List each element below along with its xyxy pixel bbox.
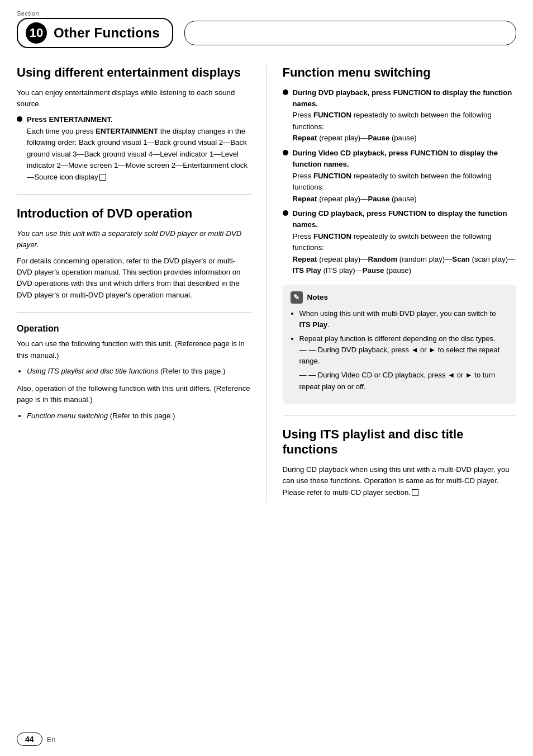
divider3	[283, 415, 517, 415]
notes-header: ✎ Notes	[291, 291, 509, 304]
header-blank-box	[184, 21, 516, 45]
left-column: Using different entertainment displays Y…	[17, 65, 267, 503]
notes-content: When using this unit with multi-DVD play…	[291, 308, 509, 393]
operation-title: Operation	[17, 324, 251, 334]
section1-bullet-label: Press ENTERTAINMENT.	[27, 115, 113, 124]
operation-also: Also, operation of the following functio…	[17, 383, 251, 406]
func-bullet2-label: During Video CD playback, press FUNCTION…	[293, 149, 498, 168]
section-badge: Section 10 Other Functions	[17, 10, 173, 48]
list-item: Using ITS playlist and disc title functi…	[27, 366, 251, 377]
list-item: When using this unit with multi-DVD play…	[299, 308, 509, 330]
func-bullet1-text: During DVD playback, press FUNCTION to d…	[293, 87, 517, 144]
right-column: Function menu switching During DVD playb…	[267, 65, 517, 503]
func-bullet3: During CD playback, press FUNCTION to di…	[283, 208, 517, 277]
end-icon	[412, 489, 418, 496]
section-box: 10 Other Functions	[17, 18, 173, 48]
func-bullet1-body: Press FUNCTION repeatedly to switch betw…	[293, 111, 492, 142]
section2-italic: You can use this unit with a separately …	[17, 228, 251, 251]
section2-body: For details concerning operation, refer …	[17, 256, 251, 301]
bullet-dot-icon	[283, 210, 288, 216]
section-number: 10	[26, 22, 47, 44]
operation-list: Using ITS playlist and disc title functi…	[27, 366, 251, 377]
list-item: — During DVD playback, press ◄ or ► to s…	[299, 344, 509, 367]
divider2	[17, 312, 251, 313]
page: Section 10 Other Functions Using differe…	[0, 0, 533, 756]
func-bullet3-label: During CD playback, press FUNCTION to di…	[293, 209, 507, 229]
main-content: Using different entertainment displays Y…	[0, 48, 533, 519]
notes-title: Notes	[307, 293, 329, 301]
list-item: — During Video CD or CD playback, press …	[299, 370, 509, 392]
section1-intro: You can enjoy entertainment displays whi…	[17, 87, 251, 110]
notes-sub-list: — During DVD playback, press ◄ or ► to s…	[299, 344, 509, 393]
section-title: Other Functions	[54, 25, 160, 41]
list-item: Repeat play function is different depend…	[299, 333, 509, 393]
notes-list: When using this unit with multi-DVD play…	[299, 308, 509, 393]
footer-language: En	[47, 735, 56, 744]
page-header: Section 10 Other Functions	[0, 0, 533, 48]
func-bullet1-label: During DVD playback, press FUNCTION to d…	[293, 88, 512, 108]
operation-list2: Function menu switching (Refer to this p…	[27, 410, 251, 422]
its-body: During CD playback when using this unit …	[283, 464, 517, 498]
divider1	[17, 194, 251, 195]
bullet-dot-icon	[283, 89, 288, 95]
section1-bullet: Press ENTERTAINMENT. Each time you press…	[17, 114, 251, 183]
list-item: Function menu switching (Refer to this p…	[27, 410, 251, 422]
func-bullet1: During DVD playback, press FUNCTION to d…	[283, 87, 517, 144]
notes-icon: ✎	[291, 291, 303, 304]
bullet-dot-icon	[283, 150, 288, 155]
page-footer: 44 En	[17, 733, 55, 746]
func-bullet3-body: Press FUNCTION repeatedly to switch betw…	[293, 232, 516, 275]
func-bullet2-body: Press FUNCTION repeatedly to switch betw…	[293, 172, 492, 203]
notes-box: ✎ Notes When using this unit with multi-…	[283, 285, 517, 404]
bullet-dot-icon	[17, 116, 22, 122]
func-menu-title: Function menu switching	[283, 65, 517, 81]
section1-bullet-text: Press ENTERTAINMENT. Each time you press…	[27, 114, 251, 183]
operation-intro: You can use the following function with …	[17, 338, 251, 361]
its-title: Using ITS playlist and disc title functi…	[283, 427, 517, 457]
section-label: Section	[17, 10, 39, 17]
func-bullet3-text: During CD playback, press FUNCTION to di…	[293, 208, 517, 277]
func-bullet2-text: During Video CD playback, press FUNCTION…	[293, 148, 517, 205]
func-bullet2: During Video CD playback, press FUNCTION…	[283, 148, 517, 205]
section2-title: Introduction of DVD operation	[17, 206, 251, 221]
end-icon	[99, 174, 106, 181]
page-number: 44	[17, 733, 42, 746]
section1-bullet-body: Each time you press ENTERTAINMENT the di…	[27, 127, 248, 181]
section1-title: Using different entertainment displays	[17, 65, 251, 81]
